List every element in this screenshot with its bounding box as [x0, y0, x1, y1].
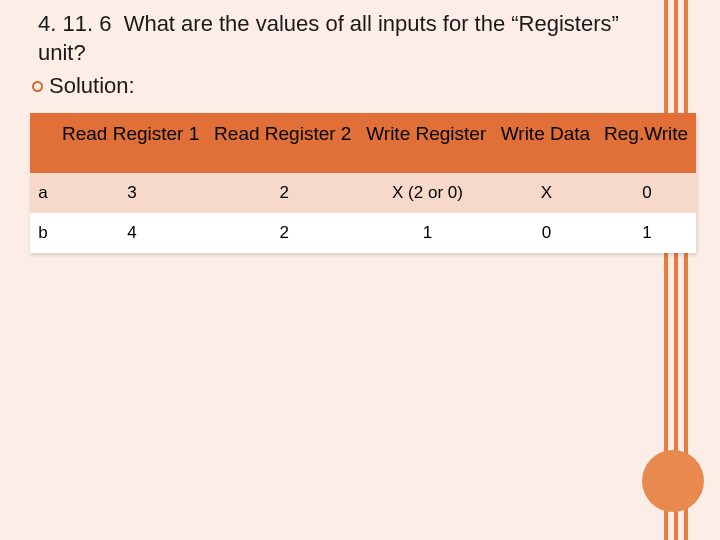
question-text: 4. 11. 6 What are the values of all inpu…: [30, 10, 696, 67]
decorative-circle: [642, 450, 704, 512]
cell: 0: [495, 213, 598, 253]
question-line2: unit?: [38, 40, 86, 65]
cell: X: [495, 173, 598, 213]
cell: 2: [208, 173, 360, 213]
cell: 1: [598, 213, 696, 253]
solution-heading: Solution:: [30, 73, 696, 99]
registers-table: Read Register 1 Read Register 2 Write Re…: [30, 113, 696, 253]
table-header-readreg2: Read Register 2: [208, 113, 360, 173]
cell: 0: [598, 173, 696, 213]
cell: X (2 or 0): [360, 173, 495, 213]
row-label: b: [30, 213, 56, 253]
cell: 4: [56, 213, 208, 253]
table-row: a 3 2 X (2 or 0) X 0: [30, 173, 696, 213]
table-header-blank: [30, 113, 56, 173]
question-line1: What are the values of all inputs for th…: [124, 11, 619, 36]
cell: 3: [56, 173, 208, 213]
solution-label: Solution:: [49, 73, 135, 99]
row-label: a: [30, 173, 56, 213]
table-header-row: Read Register 1 Read Register 2 Write Re…: [30, 113, 696, 173]
cell: 2: [208, 213, 360, 253]
table-row: b 4 2 1 0 1: [30, 213, 696, 253]
slide-content: 4. 11. 6 What are the values of all inpu…: [0, 0, 720, 253]
table-header-regwrite: Reg.Write: [598, 113, 696, 173]
table-header-writedata: Write Data: [495, 113, 598, 173]
question-number: 4. 11. 6: [38, 11, 111, 36]
table-header-readreg1: Read Register 1: [56, 113, 208, 173]
bullet-icon: [32, 81, 43, 92]
cell: 1: [360, 213, 495, 253]
table-header-writereg: Write Register: [360, 113, 495, 173]
